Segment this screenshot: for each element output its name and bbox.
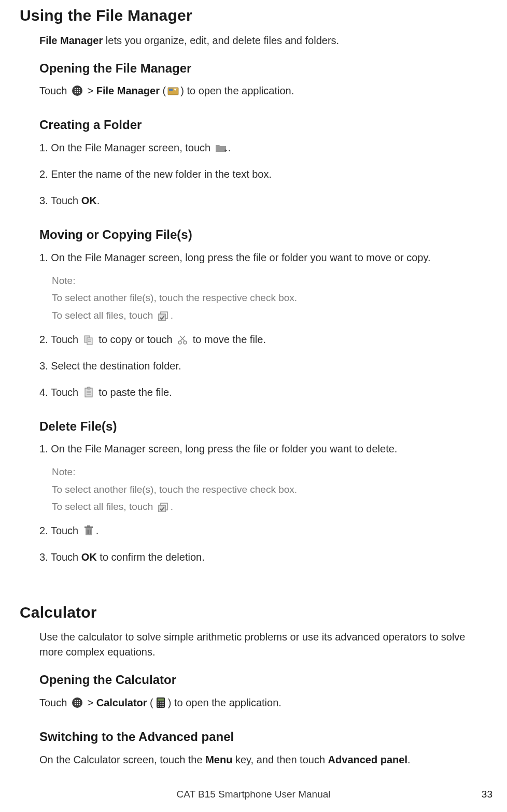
heading-opening-calculator: Opening the Calculator bbox=[39, 671, 487, 689]
move-copy-step4: 4. Touch to paste the file. bbox=[39, 385, 487, 400]
paste-icon bbox=[82, 387, 95, 398]
svg-point-1 bbox=[75, 88, 76, 89]
svg-point-37 bbox=[75, 700, 76, 701]
svg-rect-56 bbox=[162, 706, 164, 707]
text-create-step1-a: 1. On the File Manager screen, touch bbox=[39, 142, 214, 153]
svg-point-5 bbox=[77, 90, 78, 91]
calculator-intro: Use the calculator to solve simple arith… bbox=[39, 630, 487, 660]
note-label-2: Note: bbox=[52, 465, 487, 479]
text-open-calc-2: > bbox=[84, 697, 96, 708]
svg-rect-29 bbox=[159, 505, 165, 512]
open-calculator-line: Touch > Calculator () to open the applic… bbox=[39, 695, 487, 710]
svg-point-3 bbox=[79, 88, 80, 89]
svg-point-42 bbox=[79, 702, 80, 703]
text-open-calc-4: ( bbox=[147, 697, 153, 708]
svg-point-2 bbox=[77, 88, 78, 89]
move-copy-step1: 1. On the File Manager screen, long pres… bbox=[39, 250, 487, 265]
text-delete-step3-c: to confirm the deletion. bbox=[97, 551, 205, 563]
move-copy-step2: 2. Touch to copy or touch to move the fi… bbox=[39, 332, 487, 347]
apps-grid-icon bbox=[71, 697, 83, 708]
svg-point-19 bbox=[178, 341, 181, 344]
bold-advanced-panel: Advanced panel bbox=[328, 754, 407, 765]
note-block-delete: Note: To select another file(s), touch t… bbox=[52, 465, 487, 514]
note-move-line2: To select all files, touch . bbox=[52, 308, 487, 323]
text-open-fm-4: ( bbox=[160, 85, 166, 96]
svg-rect-49 bbox=[160, 702, 161, 703]
text-open-fm-1: Touch bbox=[39, 85, 70, 96]
text-delete-step3-a: 3. Touch bbox=[39, 551, 81, 563]
heading-creating-folder: Creating a Folder bbox=[39, 116, 487, 134]
create-folder-step2: 2. Enter the name of the new folder in t… bbox=[39, 167, 487, 182]
open-file-manager-line: Touch > File Manager () to open the appl… bbox=[39, 83, 487, 98]
delete-step3: 3. Touch OK to confirm the deletion. bbox=[39, 550, 487, 565]
svg-point-44 bbox=[77, 704, 78, 705]
file-manager-app-icon bbox=[167, 86, 179, 97]
svg-point-6 bbox=[79, 90, 80, 91]
svg-point-39 bbox=[79, 700, 80, 701]
svg-point-38 bbox=[77, 700, 78, 701]
bold-menu: Menu bbox=[205, 754, 232, 765]
svg-point-40 bbox=[75, 702, 76, 703]
svg-point-45 bbox=[79, 704, 80, 705]
svg-point-9 bbox=[79, 92, 80, 93]
copy-icon bbox=[82, 334, 95, 346]
svg-point-20 bbox=[184, 341, 187, 344]
text-delete-step2-b: . bbox=[96, 525, 99, 536]
text-note-line2-a: To select all files, touch bbox=[52, 310, 156, 321]
text-open-calc-1: Touch bbox=[39, 697, 70, 708]
trash-icon bbox=[82, 525, 95, 536]
create-folder-step3: 3. Touch OK. bbox=[39, 193, 487, 208]
note-block-move: Note: To select another file(s), touch t… bbox=[52, 274, 487, 323]
text-note2-line2-b: . bbox=[171, 501, 173, 512]
svg-rect-53 bbox=[162, 704, 164, 705]
note-delete-line2: To select all files, touch . bbox=[52, 500, 487, 514]
select-all-icon bbox=[157, 502, 170, 513]
bold-ok-1: OK bbox=[81, 195, 97, 206]
svg-point-43 bbox=[75, 704, 76, 705]
svg-rect-50 bbox=[162, 702, 164, 703]
text-open-calc-5: ) to open the application. bbox=[168, 697, 281, 708]
text-switch-adv-a: On the Calculator screen, touch the bbox=[39, 754, 205, 765]
note-label-1: Note: bbox=[52, 274, 487, 288]
cut-icon bbox=[176, 334, 189, 346]
text-switch-adv-c: key, and then touch bbox=[232, 754, 328, 765]
svg-rect-14 bbox=[159, 314, 165, 321]
calculator-app-icon bbox=[154, 697, 167, 708]
heading-calculator: Calculator bbox=[20, 601, 487, 624]
text-switch-adv-e: . bbox=[407, 754, 411, 765]
new-folder-icon: + bbox=[215, 143, 227, 154]
text-move-step2-a: 2. Touch bbox=[39, 334, 81, 345]
bold-calculator: Calculator bbox=[96, 697, 147, 708]
move-copy-step3: 3. Select the destination folder. bbox=[39, 359, 487, 374]
svg-rect-52 bbox=[160, 704, 161, 705]
footer-title: CAT B15 Smartphone User Manual bbox=[0, 787, 507, 802]
note-delete-line1: To select another file(s), touch the res… bbox=[52, 482, 487, 497]
heading-moving-copying: Moving or Copying File(s) bbox=[39, 226, 487, 244]
svg-rect-55 bbox=[160, 706, 161, 707]
heading-opening-file-manager: Opening the File Manager bbox=[39, 60, 487, 78]
heading-delete-files: Delete File(s) bbox=[39, 418, 487, 436]
svg-point-41 bbox=[77, 702, 78, 703]
create-folder-step1: 1. On the File Manager screen, touch +. bbox=[39, 140, 487, 155]
text-note-line2-b: . bbox=[171, 310, 173, 321]
delete-step1: 1. On the File Manager screen, long pres… bbox=[39, 441, 487, 457]
text-open-fm-5: ) to open the application. bbox=[180, 85, 294, 96]
text-delete-step2-a: 2. Touch bbox=[39, 525, 81, 536]
delete-step2: 2. Touch . bbox=[39, 523, 487, 538]
text-fm-intro-2: lets you organize, edit, and delete file… bbox=[103, 35, 339, 46]
svg-point-8 bbox=[77, 92, 78, 93]
text-create-step3-c: . bbox=[97, 195, 100, 206]
svg-rect-32 bbox=[87, 525, 90, 526]
file-manager-intro: File Manager lets you organize, edit, an… bbox=[39, 33, 487, 48]
text-move-step2-b: to copy or touch bbox=[96, 334, 175, 345]
text-open-fm-2: > bbox=[84, 85, 96, 96]
svg-rect-31 bbox=[84, 526, 93, 528]
bold-file-manager: File Manager bbox=[39, 35, 103, 46]
text-create-step3-a: 3. Touch bbox=[39, 195, 81, 206]
svg-rect-54 bbox=[158, 706, 159, 707]
heading-using-file-manager: Using the File Manager bbox=[20, 4, 487, 27]
svg-rect-24 bbox=[87, 387, 90, 389]
bold-ok-2: OK bbox=[81, 551, 97, 563]
svg-rect-11 bbox=[169, 89, 173, 91]
svg-rect-48 bbox=[158, 702, 159, 703]
